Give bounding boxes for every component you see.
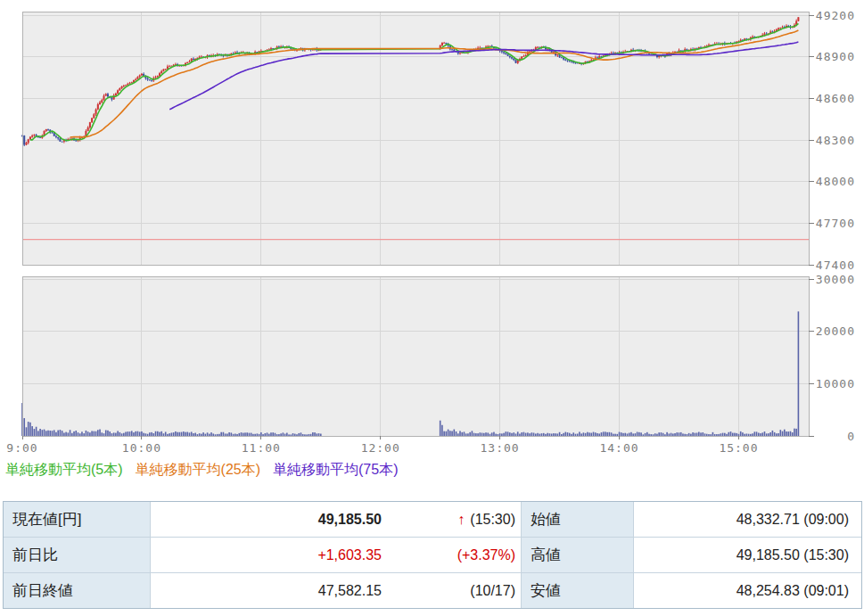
legend-ma25: 単純移動平均(25本): [136, 461, 260, 480]
svg-text:20000: 20000: [816, 324, 855, 338]
high-value: 49,185.50 (15:30): [634, 538, 861, 572]
svg-text:12:00: 12:00: [361, 441, 400, 455]
svg-text:48000: 48000: [816, 175, 855, 188]
up-arrow-icon: ↑: [457, 512, 465, 528]
current-price-value: 49,185.50: [151, 512, 382, 528]
svg-text:0: 0: [847, 430, 855, 443]
svg-text:14:00: 14:00: [599, 441, 638, 455]
prev-close-date: (10/17): [382, 583, 515, 599]
svg-text:48300: 48300: [816, 134, 855, 147]
prev-close-cell: 47,582.15 (10/17): [151, 573, 521, 608]
current-price-label: 現在値[円]: [4, 502, 151, 537]
svg-text:48600: 48600: [816, 92, 855, 105]
legend-ma5: 単純移動平均(5本): [5, 461, 123, 480]
quote-summary-table: 現在値[円] 49,185.50 ↑ (15:30) 始値 48,332.71 …: [3, 501, 862, 609]
stock-chart-canvas: 4920048900486004830048000477004740030000…: [0, 0, 864, 456]
svg-text:13:00: 13:00: [481, 441, 520, 455]
svg-text:15:00: 15:00: [719, 441, 758, 455]
prev-close-label: 前日終値: [4, 573, 151, 608]
ma-legend: 単純移動平均(5本) 単純移動平均(25本) 単純移動平均(75本): [5, 461, 398, 480]
table-row: 現在値[円] 49,185.50 ↑ (15:30) 始値 48,332.71 …: [4, 502, 861, 537]
current-price-cell: 49,185.50 ↑ (15:30): [151, 502, 521, 537]
current-price-time: (15:30): [470, 512, 515, 528]
prev-close-value: 47,582.15: [151, 583, 382, 599]
open-label: 始値: [521, 502, 634, 537]
table-row: 前日比 +1,603.35 (+3.37%) 高値 49,185.50 (15:…: [4, 537, 861, 572]
svg-text:49200: 49200: [816, 9, 855, 22]
day-change-percent: (+3.37%): [382, 547, 515, 563]
day-change-value: +1,603.35: [151, 547, 382, 563]
svg-text:11:00: 11:00: [242, 441, 281, 455]
day-change-label: 前日比: [4, 538, 151, 572]
low-value: 48,254.83 (09:01): [634, 573, 861, 608]
low-label: 安値: [521, 573, 634, 608]
legend-ma75: 単純移動平均(75本): [273, 461, 398, 480]
open-value: 48,332.71 (09:00): [634, 502, 861, 537]
current-price-aux: ↑ (15:30): [382, 512, 515, 528]
stock-chart-page: 4920048900486004830048000477004740030000…: [0, 0, 864, 616]
svg-text:47400: 47400: [816, 259, 855, 272]
table-row: 前日終値 47,582.15 (10/17) 安値 48,254.83 (09:…: [4, 572, 861, 608]
svg-text:10:00: 10:00: [122, 441, 161, 455]
svg-text:47700: 47700: [816, 217, 855, 230]
svg-text:10000: 10000: [816, 377, 855, 390]
svg-text:30000: 30000: [816, 273, 855, 286]
day-change-cell: +1,603.35 (+3.37%): [151, 538, 521, 572]
svg-text:9:00: 9:00: [6, 441, 37, 455]
high-label: 高値: [521, 538, 634, 572]
svg-text:48900: 48900: [816, 50, 855, 63]
